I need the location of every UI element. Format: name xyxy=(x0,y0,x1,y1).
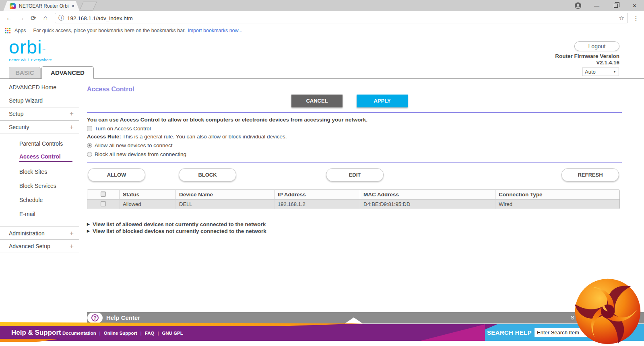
cancel-button[interactable]: CANCEL xyxy=(291,95,343,107)
col-connection-type: Connection Type xyxy=(495,190,619,200)
browser-toolbar: ← → ⟳ ⌂ ⓘ 192.168.1.1/adv_index.htm ☆ ⋮ xyxy=(0,11,644,25)
footer-bar: Help & Support Documentation | Online Su… xyxy=(0,324,644,341)
expand-plus-icon: + xyxy=(70,123,74,131)
profile-button[interactable] xyxy=(568,0,587,11)
expand-plus-icon: + xyxy=(70,110,74,118)
select-all-checkbox[interactable] xyxy=(101,192,106,197)
table-header-row: Status Device Name IP Address MAC Addres… xyxy=(87,190,619,200)
page-info-icon[interactable]: ⓘ xyxy=(58,14,64,22)
faq-link[interactable]: FAQ xyxy=(145,324,155,342)
view-blocked-devices-link[interactable]: ▶ View list of blocked devices not curre… xyxy=(87,228,622,235)
sidebar-item-access-control[interactable]: Access Control xyxy=(0,150,79,165)
trademark-symbol: ™ xyxy=(42,48,45,52)
restore-button[interactable] xyxy=(606,0,625,11)
sidebar-item-setup[interactable]: Setup+ xyxy=(0,107,79,121)
sidebar-item-parental-controls[interactable]: Parental Controls xyxy=(0,136,79,150)
browser-tab[interactable]: N NETGEAR Router Orbi ✕ xyxy=(3,1,80,11)
logout-button[interactable]: Logout xyxy=(574,41,619,51)
edit-button[interactable]: EDIT xyxy=(326,168,384,181)
turn-on-access-control-label: Turn on Access Control xyxy=(95,126,151,132)
bookmark-star-icon[interactable]: ☆ xyxy=(619,14,624,22)
home-icon[interactable]: ⌂ xyxy=(40,14,51,22)
block-new-devices-label: Block all new devices from connecting xyxy=(95,151,186,157)
help-center-label: Help Center xyxy=(106,312,140,323)
device-mac: D4:BE:D9:81:95:DD xyxy=(360,200,495,209)
access-control-intro: You can use Access Control to allow or b… xyxy=(87,117,622,123)
close-button[interactable]: ✕ xyxy=(625,0,644,11)
help-center-bar[interactable]: ? Help Center S xyxy=(87,312,644,323)
new-tab-button[interactable] xyxy=(79,2,97,10)
sidebar-item-schedule[interactable]: Schedule xyxy=(0,193,79,207)
online-support-link[interactable]: Online Support xyxy=(104,324,137,342)
page-title: Access Control xyxy=(87,86,622,93)
question-mark-icon: ? xyxy=(91,314,99,321)
url-bar[interactable]: ⓘ 192.168.1.1/adv_index.htm ☆ xyxy=(55,13,628,23)
footer-magenta-wedge xyxy=(421,324,485,341)
apps-grid-icon[interactable] xyxy=(5,28,10,33)
mode-tabstrip: BASIC ADVANCED xyxy=(0,67,644,79)
table-row: Allowed DELL 192.168.1.2 D4:BE:D9:81:95:… xyxy=(87,200,619,209)
sidebar-item-block-sites[interactable]: Block Sites xyxy=(0,165,79,179)
sidebar-item-advanced-setup[interactable]: Advanced Setup+ xyxy=(0,240,79,253)
row-select-checkbox[interactable] xyxy=(101,201,106,206)
back-icon[interactable]: ← xyxy=(4,14,14,22)
tab-close-icon[interactable]: ✕ xyxy=(71,4,74,9)
tab-advanced[interactable]: ADVANCED xyxy=(41,66,94,79)
help-icon-capsule: ? xyxy=(87,313,103,323)
refresh-button[interactable]: REFRESH xyxy=(561,168,619,181)
allow-new-devices-label: Allow all new devices to connect xyxy=(95,142,173,148)
sidebar-item-setup-wizard[interactable]: Setup Wizard xyxy=(0,94,79,107)
expand-plus-icon: + xyxy=(70,242,74,250)
allow-new-devices-radio[interactable] xyxy=(87,143,92,148)
device-status: Allowed xyxy=(120,200,176,209)
orbi-swirl-logo xyxy=(575,278,641,344)
show-hide-help-link[interactable]: S xyxy=(571,312,574,323)
block-button[interactable]: BLOCK xyxy=(179,168,236,181)
access-rule-line: Access Rule: This is a general rule. You… xyxy=(87,134,622,140)
sidebar-item-block-services[interactable]: Block Services xyxy=(0,179,79,193)
forward-icon: → xyxy=(16,14,27,22)
sidebar-item-administration[interactable]: Administration+ xyxy=(0,227,79,240)
device-ip: 192.168.1.2 xyxy=(275,200,360,209)
device-connection: Wired xyxy=(495,200,619,209)
divider xyxy=(87,112,622,113)
tab-basic[interactable]: BASIC xyxy=(9,67,41,78)
expand-plus-icon: + xyxy=(70,229,74,237)
tab-title: NETGEAR Router Orbi xyxy=(19,3,68,9)
gnu-gpl-link[interactable]: GNU GPL xyxy=(162,324,183,342)
arrow-right-icon: ▶ xyxy=(87,221,90,228)
url-text[interactable]: 192.168.1.1/adv_index.htm xyxy=(67,15,619,21)
router-page: orbi™ Better WiFi. Everywhere. Logout Ro… xyxy=(0,36,644,346)
col-ip-address: IP Address xyxy=(275,190,360,200)
browser-menu-icon[interactable]: ⋮ xyxy=(632,14,640,22)
logo-tagline: Better WiFi. Everywhere. xyxy=(9,58,53,62)
security-submenu: Parental Controls Access Control Block S… xyxy=(0,134,79,227)
sidebar-item-advanced-home[interactable]: ADVANCED Home xyxy=(0,81,79,94)
reload-icon[interactable]: ⟳ xyxy=(28,14,39,23)
sidebar-item-security[interactable]: Security+ xyxy=(0,121,79,134)
sidebar-item-email[interactable]: E-mail xyxy=(0,207,79,221)
minimize-button[interactable]: — xyxy=(587,0,606,11)
device-name: DELL xyxy=(176,200,275,209)
apps-label[interactable]: Apps xyxy=(14,28,26,33)
col-status: Status xyxy=(120,190,176,200)
devices-table: Status Device Name IP Address MAC Addres… xyxy=(87,189,620,209)
browser-titlebar: N NETGEAR Router Orbi ✕ — ✕ xyxy=(0,0,644,11)
firmware-label: Router Firmware Version xyxy=(555,53,619,60)
expand-up-arrow-icon[interactable] xyxy=(345,317,363,323)
documentation-link[interactable]: Documentation xyxy=(62,324,96,342)
col-device-name: Device Name xyxy=(176,190,275,200)
orbi-logo: orbi™ Better WiFi. Everywhere. xyxy=(9,37,53,62)
apply-button[interactable]: APPLY xyxy=(357,95,408,107)
help-support-label: Help & Support xyxy=(11,324,61,341)
allow-button[interactable]: ALLOW xyxy=(88,168,145,181)
netgear-favicon-icon: N xyxy=(10,3,16,9)
access-rule-text: This is a general rule. You can also all… xyxy=(121,134,287,140)
view-allowed-devices-link[interactable]: ▶ View list of allowed devices not curre… xyxy=(87,221,622,228)
firmware-version-block: Router Firmware Version V2.1.4.16 xyxy=(555,53,619,66)
turn-on-access-control-checkbox[interactable] xyxy=(87,126,92,131)
browser-window: N NETGEAR Router Orbi ✕ — ✕ ← → ⟳ ⌂ ⓘ 19… xyxy=(0,0,644,346)
block-new-devices-radio[interactable] xyxy=(87,152,92,157)
import-bookmarks-link[interactable]: Import bookmarks now... xyxy=(188,28,242,33)
firmware-version: V2.1.4.16 xyxy=(555,60,619,66)
